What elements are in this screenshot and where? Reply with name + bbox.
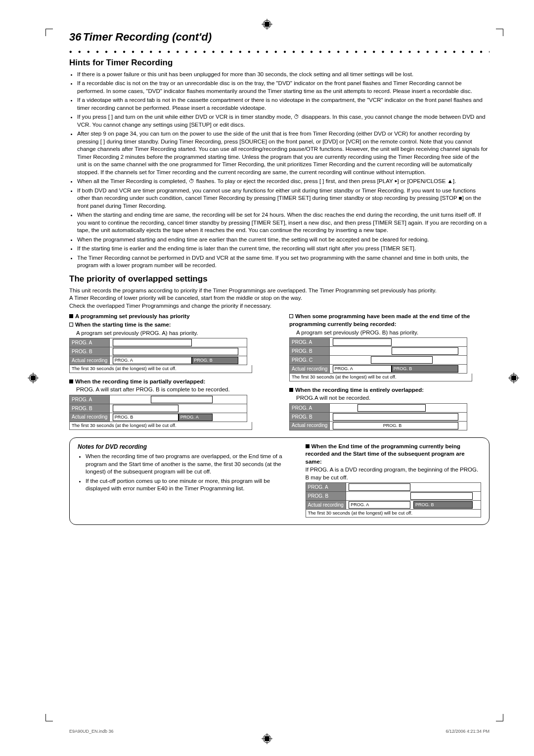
gantt-row-label: PROG. B: [290, 412, 330, 421]
priority-intro: Check the overlapped Timer Programmings …: [69, 302, 490, 310]
hints-list: If there is a power failure or this unit…: [69, 71, 490, 270]
gantt-row-label: PROG. A: [70, 395, 110, 404]
hint-item: When the starting and ending time are sa…: [77, 211, 490, 235]
gantt-bar-label: PROG. B: [115, 414, 134, 420]
crop-mark-icon: [45, 29, 53, 36]
gantt-bar-label: PROG. A: [351, 502, 369, 508]
registration-mark-icon: [508, 373, 519, 383]
page-footer: E9A90UD_EN.indb 36 6/12/2006 4:21:34 PM: [69, 728, 490, 734]
gantt-cutoff-note: The first 30 seconds (at the longest) wi…: [69, 365, 252, 373]
case-head-text: When some programming have been made at …: [289, 313, 470, 327]
crop-mark-icon: [45, 714, 53, 721]
page-number: 36: [69, 31, 81, 43]
case-head-text: When the recording time is partially ove…: [75, 378, 205, 384]
priority-intro: This unit records the programs according…: [69, 287, 490, 295]
gantt-row-label: Actual recording: [290, 421, 330, 430]
gantt-row-label: Actual recording: [70, 413, 110, 422]
filled-square-icon: [306, 444, 310, 448]
case-heading: A programming set previously has priorit…: [69, 313, 269, 321]
open-square-icon: [289, 314, 293, 318]
hint-item: If there is a power failure or this unit…: [77, 71, 490, 79]
hint-item: If a videotape with a record tab is not …: [77, 96, 490, 112]
gantt-entire-overlap: PROG. A PROG. B Actual recording PROG. B: [289, 403, 467, 430]
gantt-row-label: PROG. A: [290, 403, 330, 412]
registration-mark-icon: [28, 373, 39, 383]
gantt-row-label: PROG. B: [306, 492, 346, 501]
case-heading: When the recording time is entirely over…: [289, 386, 490, 394]
case-subheading: When the starting time is the same:: [69, 321, 269, 329]
filled-square-icon: [69, 314, 73, 318]
overlap-col-left: A programming set previously has priorit…: [69, 313, 269, 430]
chapter-title: Timer Recording (cont'd): [83, 30, 212, 45]
notes-item: If the cut-off portion comes up to one m…: [86, 477, 293, 493]
gantt-cutoff-note: The first 30 seconds (at the longest) wi…: [69, 422, 252, 430]
gantt-row-label: PROG. C: [290, 356, 330, 365]
filled-square-icon: [289, 388, 293, 392]
filled-square-icon: [69, 379, 73, 383]
priority-intro: A Timer Recording of lower priority will…: [69, 294, 490, 302]
gantt-dvd-notes: PROG. A PROG. B Actual recording PROG. A…: [306, 482, 482, 510]
gantt-partial-overlap: PROG. A PROG. B Actual recording PROG. B…: [69, 395, 247, 422]
section-priority-title: The priority of overlapped settings: [69, 274, 490, 285]
notes-title: Notes for DVD recording: [78, 443, 293, 451]
case-sub-text: When the starting time is the same:: [75, 322, 171, 328]
gantt-same-start: PROG. A PROG. B Actual recording PROG. A…: [69, 338, 247, 365]
gantt-row-label: PROG. B: [70, 347, 110, 356]
case-heading: When the recording time is partially ove…: [69, 378, 269, 386]
gantt-row-label: Actual recording: [70, 356, 110, 365]
gantt-row-label: Actual recording: [290, 365, 330, 374]
overlap-grid: A programming set previously has priorit…: [69, 313, 490, 430]
gantt-bar-label: PROG. A: [115, 357, 133, 363]
case-heading: When the End time of the programming cur…: [306, 443, 482, 466]
case-heading: When some programming have been made at …: [289, 313, 490, 328]
case-note: A program set previously (PROG. B) has p…: [296, 329, 490, 337]
notes-list: When the recording time of two programs …: [78, 453, 293, 493]
crop-mark-icon: [496, 29, 503, 36]
gantt-row-label: PROG. B: [290, 347, 330, 356]
footer-timestamp: 6/12/2006 4:21:34 PM: [445, 728, 490, 734]
case-note: PROG. A will start after PROG. B is comp…: [76, 386, 269, 394]
crop-mark-icon: [496, 714, 503, 721]
case-note: A program set previously (PROG. A) has p…: [76, 330, 269, 337]
overlap-col-right: When some programming have been made at …: [289, 313, 490, 430]
gantt-row-label: PROG. B: [70, 404, 110, 413]
section-hints-title: Hints for Timer Recording: [69, 57, 490, 69]
hint-item: If you press [ ] and turn on the unit wh…: [77, 113, 490, 129]
hint-item: When all the Timer Recording is complete…: [77, 178, 490, 186]
open-square-icon: [69, 323, 73, 327]
gantt-bar-label: PROG. A: [335, 366, 353, 372]
notes-item: When the recording time of two programs …: [86, 453, 293, 476]
case-note: If PROG. A is a DVD recording program, t…: [306, 466, 482, 481]
gantt-bar-label: PROG. A: [180, 414, 199, 420]
gantt-row-label: PROG. A: [70, 338, 110, 347]
gantt-bar-label: PROG. B: [194, 357, 213, 363]
registration-mark-icon: [262, 19, 272, 30]
gantt-row-label: PROG. A: [290, 338, 330, 347]
page-header: 36 Timer Recording (cont'd) • • • • • • …: [69, 30, 490, 54]
hint-item: If the starting time is earlier and the …: [77, 245, 490, 253]
footer-filename: E9A90UD_EN.indb 36: [69, 728, 114, 734]
case-note: PROG.A will not be recorded.: [296, 394, 490, 402]
notes-callout-box: Notes for DVD recording When the recordi…: [69, 437, 490, 525]
dotted-rule: • • • • • • • • • • • • • • • • • • • • …: [69, 47, 490, 54]
case-head-text: A programming set previously has priorit…: [75, 313, 190, 319]
gantt-cutoff-note: The first 30 seconds (at the longest) wi…: [306, 510, 482, 518]
registration-mark-icon: [262, 733, 272, 744]
hint-item: The Timer Recording cannot be performed …: [77, 254, 490, 270]
gantt-bar-label: PROG. B: [394, 366, 412, 372]
case-head-text: When the End time of the programming cur…: [306, 443, 465, 465]
gantt-cutoff-note: The first 30 seconds (at the longest) wi…: [289, 374, 472, 381]
hint-item: If both DVD and VCR are timer programmed…: [77, 187, 490, 210]
hint-item: If a recordable disc is not on the tray …: [77, 80, 490, 95]
gantt-bar-label: PROG. B: [383, 423, 402, 428]
gantt-end-time: PROG. A PROG. B PROG. C Actual recording…: [289, 337, 467, 374]
notes-right: When the End time of the programming cur…: [306, 443, 482, 518]
case-head-text: When the recording time is entirely over…: [295, 387, 424, 393]
notes-left: Notes for DVD recording When the recordi…: [78, 443, 293, 518]
hint-item: When the programmed starting and ending …: [77, 236, 490, 244]
gantt-bar-label: PROG. B: [415, 502, 434, 508]
hint-item: After step 9 on page 34, you can turn on…: [77, 130, 490, 176]
gantt-row-label: Actual recording: [306, 501, 346, 510]
gantt-row-label: PROG. A: [306, 483, 346, 492]
